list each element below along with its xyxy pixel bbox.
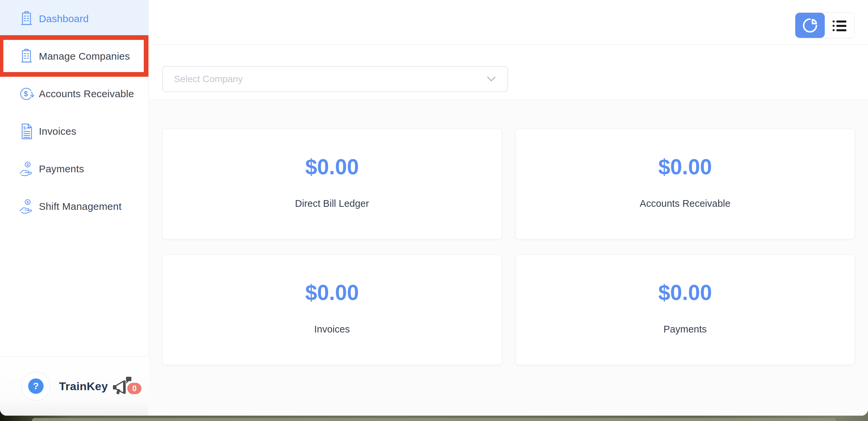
desktop-background [32,418,836,421]
invoice-document-icon: $ [19,123,34,140]
svg-text:$: $ [24,90,28,97]
company-select[interactable] [162,66,508,92]
card-amount: $0.00 [658,154,712,179]
app-window: Dashboard Manage Companies [0,0,868,416]
sidebar-footer: ? TrainKey 0 [0,356,149,416]
megaphone-icon [113,377,131,396]
svg-text:$: $ [23,125,26,130]
sidebar-item-payments[interactable]: $ Payments [0,150,148,188]
sidebar-item-label: Dashboard [39,13,89,25]
card-direct-bill-ledger: $0.00 Direct Bill Ledger [162,129,502,239]
money-received-icon: $ [19,86,34,102]
sidebar-item-label: Accounts Receivable [39,88,134,99]
card-label: Invoices [314,324,350,335]
list-view-button[interactable] [825,13,854,38]
main-header [149,0,868,45]
card-label: Accounts Receivable [640,198,731,209]
card-amount: $0.00 [305,154,359,179]
list-icon [831,17,848,34]
hand-coin-icon: $ [19,198,34,215]
trainkey-brand: TrainKey [59,380,108,393]
card-amount: $0.00 [305,280,359,305]
sidebar-item-invoices[interactable]: $ Invoices [0,113,148,150]
card-payments: $0.00 Payments [516,254,855,365]
sidebar: Dashboard Manage Companies [0,0,149,416]
card-label: Direct Bill Ledger [295,198,369,209]
svg-text:$: $ [27,162,29,167]
hand-coin-icon: $ [19,160,34,177]
sidebar-item-label: Payments [39,163,84,175]
announcements-button[interactable]: 0 [113,377,142,396]
building-icon [19,10,34,27]
sidebar-item-label: Manage Companies [39,51,130,62]
sidebar-item-dashboard[interactable]: Dashboard [0,0,148,37]
help-button[interactable]: ? [22,372,50,400]
sidebar-item-manage-companies[interactable]: Manage Companies [0,37,148,75]
sidebar-item-shift-management[interactable]: $ Shift Management [0,188,148,225]
pie-chart-icon [800,16,820,35]
card-amount: $0.00 [658,280,712,305]
building-icon [19,48,34,65]
card-accounts-receivable: $0.00 Accounts Receivable [516,129,855,239]
filter-row [149,45,868,100]
dashboard-content: $0.00 Direct Bill Ledger $0.00 Accounts … [149,100,868,416]
sidebar-item-label: Invoices [39,126,76,137]
card-invoices: $0.00 Invoices [162,254,502,365]
company-select-input[interactable] [163,74,487,85]
svg-text:$: $ [27,200,29,204]
sidebar-item-label: Shift Management [39,201,122,212]
card-label: Payments [663,324,707,335]
sidebar-item-accounts-receivable[interactable]: $ Accounts Receivable [0,75,148,113]
screenshot-stage: Dashboard Manage Companies [0,0,868,421]
question-mark-icon: ? [28,379,43,394]
summary-card-grid: $0.00 Direct Bill Ledger $0.00 Accounts … [162,129,855,365]
sidebar-nav: Dashboard Manage Companies [0,0,148,225]
view-toggle [795,12,855,38]
chevron-down-icon [487,76,496,82]
chart-view-button[interactable] [795,13,825,38]
main-area: $0.00 Direct Bill Ledger $0.00 Accounts … [149,0,868,416]
